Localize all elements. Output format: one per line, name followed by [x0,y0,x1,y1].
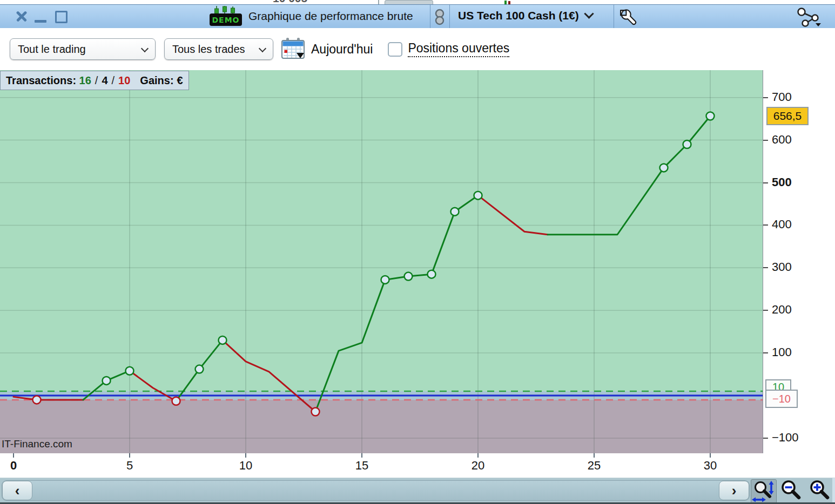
y-tick-label: −100 [772,431,799,445]
trade-marker-win [474,192,482,200]
y-tick-label: 700 [772,90,792,104]
trade-marker-loss [312,407,320,416]
chart-scrollbar-row: ‹ › [0,478,835,504]
share-icon[interactable] [795,7,822,28]
scrollbar-track[interactable] [2,480,750,501]
zoom-custom-icon [752,480,776,503]
date-range-label: Aujourd'hui [311,42,373,57]
link-icon[interactable] [433,9,447,25]
trade-marker-win [428,270,436,278]
x-tick-label: 15 [350,459,374,473]
chevron-down-icon [259,44,266,52]
zoom-in-button[interactable] [807,479,832,503]
y-tick [763,352,768,353]
trade-marker-win [381,276,389,284]
lower-stop-badge: −10 [765,390,798,408]
x-tick-label: 20 [466,459,490,473]
x-axis: 051015202530 [0,453,763,478]
gains-currency: € [177,74,183,87]
x-tick-label: 25 [582,459,606,473]
divider [378,0,379,4]
performance-chart[interactable] [0,70,763,453]
watermark: IT-Finance.com [2,438,72,450]
close-button[interactable] [13,8,29,24]
trade-marker-win [103,377,111,385]
x-tick [245,453,246,458]
divider [614,5,614,29]
y-tick [763,97,768,98]
scroll-left-button[interactable]: ‹ [2,481,32,500]
trade-marker-win [219,336,227,344]
minimize-button[interactable] [32,8,49,24]
trading-scope-select[interactable]: Tout le trading [10,38,156,60]
open-positions-label[interactable]: Positions ouvertes [408,41,509,57]
open-positions-checkbox[interactable] [388,42,402,57]
demo-badge: DEMO [210,13,242,26]
trade-marker-loss [172,397,180,405]
chevron-down-icon [816,23,821,26]
y-tick-label: 400 [772,217,792,231]
titlebar: DEMO Graphique de performance brute US T… [0,4,835,30]
gains-label: Gains: [140,74,173,87]
background-partial-value: 10 005 [273,0,307,4]
instrument-label: US Tech 100 Cash (1€) [458,9,579,22]
trade-marker-win [706,112,715,120]
calendar-icon [281,38,306,60]
trades-filter-select[interactable]: Tous les trades [164,38,273,60]
y-tick [763,438,768,439]
y-tick-label: 300 [772,260,792,274]
x-tick-label: 30 [698,459,722,473]
y-tick-label: 500 [772,175,792,189]
y-axis: 656,5 10 −10 700600500400300200100−100 [763,70,835,453]
divider [430,5,430,29]
trade-marker-win [405,273,413,281]
calendar-button[interactable] [281,38,306,60]
y-tick [763,182,768,183]
positive-zone [0,70,763,391]
x-tick-label: 0 [2,459,25,473]
zoom-out-icon [779,479,803,503]
y-tick [763,310,768,311]
background-window-sliver: 10 005 [0,0,835,4]
performance-window: 10 005 DEMO Graphique de performance b [0,0,835,504]
maximize-button[interactable] [52,8,69,24]
trade-marker-loss [33,396,41,404]
divider [449,5,450,29]
divider [832,478,835,502]
scroll-right-button[interactable]: › [719,481,749,500]
x-tick [477,453,479,458]
chevron-down-icon [584,9,594,18]
y-tick [763,140,768,141]
x-tick [710,453,711,458]
background-tab [385,0,433,4]
chevron-down-icon [141,44,149,52]
filter-toolbar: Tout le trading Tous les trades Aujourd'… [0,28,835,70]
y-tick-label: 100 [772,345,792,359]
window-title: Graphique de performance brute [248,10,413,23]
performance-plot[interactable]: Transactions: 16 / 4 / 10 Gains: € IT-Fi… [0,70,763,453]
zero-line [0,394,763,396]
trade-marker-win [660,164,668,172]
trade-marker-win [196,365,204,373]
chevron-right-icon: › [732,482,737,499]
transactions-losses: 10 [118,74,130,87]
x-tick [361,453,362,458]
y-tick-label: 600 [772,133,792,147]
chart-area: Transactions: 16 / 4 / 10 Gains: € IT-Fi… [0,70,835,478]
zoom-out-button[interactable] [779,479,804,503]
x-tick [594,453,595,458]
transactions-summary: Transactions: 16 / 4 / 10 Gains: € [0,71,189,90]
transactions-neutral: 4 [102,74,107,87]
transactions-wins: 16 [79,74,91,87]
x-tick-label: 10 [234,459,258,473]
minimize-icon [35,20,46,23]
x-tick [13,453,14,458]
wrench-icon[interactable] [620,9,637,25]
instrument-dropdown[interactable]: US Tech 100 Cash (1€) [458,9,592,22]
trade-marker-win [683,140,691,148]
trade-marker-win [126,367,134,375]
y-tick [763,267,768,268]
maximize-icon [55,11,68,23]
zoom-custom-button[interactable] [751,479,777,504]
trade-marker-win [451,208,459,216]
